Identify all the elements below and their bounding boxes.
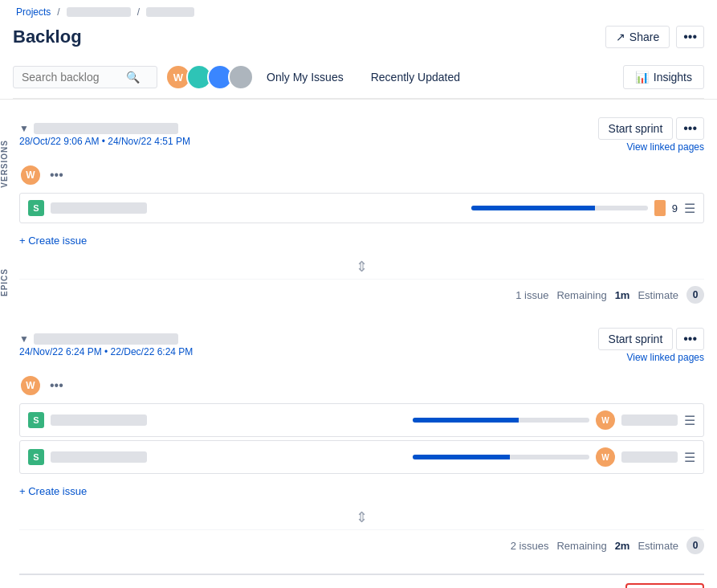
sprint-2-issue2-middle: W ☰ — [153, 447, 695, 467]
sprint-2-divider-arrows: ⇕ — [356, 508, 368, 526]
sprint-2-actions: Start sprint ••• View linked pages — [598, 328, 704, 363]
sprint-1-issue-count: 1 issue — [515, 289, 548, 301]
sprint-2-issue2-progress-fill — [413, 455, 510, 459]
sprint-2-epic-avatar[interactable]: W — [19, 374, 42, 397]
sprint-1-epic-more[interactable]: ••• — [50, 168, 63, 182]
sprint-1-epic-avatar[interactable]: W — [19, 164, 42, 186]
versions-label[interactable]: VERSIONS — [0, 132, 16, 196]
sprint-2-issue2-assignee[interactable]: W — [596, 447, 615, 467]
sprint-1-epics-row: W ••• — [19, 157, 704, 193]
sprint-2-issue2-title-blurred — [51, 451, 147, 463]
backlog-section: Backlog 14 issues ⚙️ 佳佳原创 — [19, 574, 704, 588]
sprint-2-estimate-label: Estimate — [638, 540, 678, 552]
sprint-2-name-row: ▼ — [19, 333, 193, 345]
sprint-1-create-issue-link[interactable]: + Create issue — [19, 230, 87, 251]
search-icon: 🔍 — [126, 71, 140, 84]
sprint-2-issue-row-1[interactable]: S W ☰ — [19, 403, 704, 437]
insights-label: Insights — [654, 71, 692, 84]
sprint-1-remaining-value: 1m — [615, 289, 630, 301]
sprint-2-issue1-menu-icon[interactable]: ☰ — [684, 413, 695, 428]
sprint-2-issue2-blurred-right — [621, 451, 678, 463]
epics-label[interactable]: EPICS — [0, 260, 16, 304]
only-my-issues-button[interactable]: Only My Issues — [257, 66, 353, 88]
breadcrumb-projects[interactable]: Projects — [16, 6, 51, 18]
sprint-1-section: ▼ 28/Oct/22 9:06 AM • 24/Nov/22 4:51 PM … — [19, 112, 704, 310]
toolbar: 🔍 W Only My Issues Recently Updated 📊 In… — [13, 56, 704, 99]
page-title: Backlog — [13, 27, 82, 47]
share-button[interactable]: ↗ Share — [605, 26, 670, 48]
sprint-2-issue-row-2[interactable]: S W ☰ — [19, 440, 704, 474]
sprint-2-epic-more[interactable]: ••• — [50, 378, 63, 393]
breadcrumb-sep: / — [57, 6, 59, 18]
content-area: ▼ 28/Oct/22 9:06 AM • 24/Nov/22 4:51 PM … — [16, 100, 717, 588]
sprint-2-estimate-value: 0 — [686, 537, 704, 554]
sprint-2-issue2-menu-icon[interactable]: ☰ — [684, 450, 695, 465]
page-header: Backlog ↗ Share ••• — [13, 22, 704, 56]
sprint-1-create-issue-row: + Create issue — [19, 227, 704, 255]
more-icon: ••• — [683, 30, 697, 43]
sprint-1-issue-type-icon: S — [28, 200, 44, 216]
backlog-header: Backlog 14 issues ⚙️ 佳佳原创 — [19, 583, 704, 588]
sprint-1-issue-middle: 9 ☰ — [153, 200, 695, 216]
sprint-2-footer-divider: ⇕ — [19, 505, 704, 529]
breadcrumb-sep2: / — [137, 6, 140, 18]
sprint-1-remaining-label: Remaining — [556, 289, 606, 301]
side-labels: VERSIONS EPICS — [0, 100, 16, 588]
sprint-2-issue1-middle: W ☰ — [153, 410, 695, 430]
sprint-2-remaining-value: 2m — [615, 540, 630, 552]
sprint-2-issue1-assignee[interactable]: W — [596, 410, 615, 430]
sprint-1-issue-title-blurred — [51, 202, 147, 214]
sprint-2-issue1-blurred-right — [621, 414, 678, 426]
sprint-2-issue1-progress-bar — [413, 418, 589, 423]
sprint-1-more-button[interactable]: ••• — [676, 117, 704, 140]
share-label: Share — [629, 31, 659, 43]
sprint-1-chevron[interactable]: ▼ — [19, 123, 29, 134]
insights-icon: 📊 — [635, 71, 649, 84]
sprint-1-name-row: ▼ — [19, 123, 190, 134]
watermark-box: ⚙️ 佳佳原创 — [625, 583, 704, 588]
sprint-1-actions: Start sprint ••• View linked pages — [598, 117, 704, 153]
recently-updated-button[interactable]: Recently Updated — [361, 66, 470, 88]
sprint-1-start-button[interactable]: Start sprint — [598, 117, 674, 140]
share-icon: ↗ — [616, 31, 625, 43]
sprint-2-create-issue-row: + Create issue — [19, 477, 704, 505]
sprint-1-issue-row[interactable]: S 9 ☰ — [19, 193, 704, 223]
main-content: VERSIONS EPICS ▼ 28/Oct/22 9:06 AM • 24/… — [0, 100, 717, 588]
header-actions: ↗ Share ••• — [605, 26, 704, 48]
avatar-gray[interactable] — [228, 64, 254, 90]
sprint-2-epics-row: W ••• — [19, 368, 704, 403]
sprint-2-issue1-title-blurred — [51, 414, 147, 426]
sprint-1-divider-arrows: ⇕ — [356, 258, 368, 276]
sprint-1-date: 28/Oct/22 9:06 AM • 24/Nov/22 4:51 PM — [19, 136, 190, 147]
sprint-2-header-left: ▼ 24/Nov/22 6:24 PM • 22/Dec/22 6:24 PM — [19, 333, 193, 357]
sprint-2-more-button[interactable]: ••• — [676, 328, 704, 350]
search-box[interactable]: 🔍 — [13, 66, 157, 88]
sprint-2-create-issue-link[interactable]: + Create issue — [19, 480, 87, 502]
sprint-1-estimate-label: Estimate — [638, 289, 678, 301]
sprint-1-estimate-value: 0 — [686, 286, 704, 304]
sprint-2-view-linked[interactable]: View linked pages — [598, 352, 704, 363]
sprint-2-issue2-progress-bar — [413, 455, 589, 459]
avatar-group: W — [165, 64, 249, 90]
sprint-2-chevron[interactable]: ▼ — [19, 333, 29, 345]
sprint-1-issue-menu-icon[interactable]: ☰ — [684, 201, 695, 216]
sprint-2-remaining-label: Remaining — [556, 540, 606, 552]
sprint-2-issue-count: 2 issues — [511, 540, 549, 552]
sprint-1-view-linked[interactable]: View linked pages — [598, 141, 704, 153]
sprint-2-footer: 2 issues Remaining 2m Estimate 0 — [19, 529, 704, 561]
sprint-1-footer-divider: ⇕ — [19, 255, 704, 279]
sprint-1-progress-bar — [471, 206, 648, 210]
sprint-1-header: ▼ 28/Oct/22 9:06 AM • 24/Nov/22 4:51 PM … — [19, 112, 704, 157]
sprint-2-issue1-type-icon: S — [28, 412, 44, 428]
breadcrumb-project1 — [67, 7, 131, 17]
more-actions-button[interactable]: ••• — [676, 26, 704, 48]
sprint-2-issue1-progress-fill — [413, 418, 519, 423]
top-bar: Projects / / Backlog ↗ Share ••• 🔍 W — [0, 0, 717, 100]
sprint-2-start-button[interactable]: Start sprint — [598, 328, 674, 350]
sprint-2-title-blurred — [34, 333, 178, 345]
insights-button[interactable]: 📊 Insights — [623, 65, 704, 89]
sprint-1-issue-story-points: 9 — [672, 202, 678, 214]
sprint-2-section: ▼ 24/Nov/22 6:24 PM • 22/Dec/22 6:24 PM … — [19, 323, 704, 561]
sprint-1-footer: 1 issue Remaining 1m Estimate 0 — [19, 279, 704, 310]
search-input[interactable] — [22, 71, 126, 84]
